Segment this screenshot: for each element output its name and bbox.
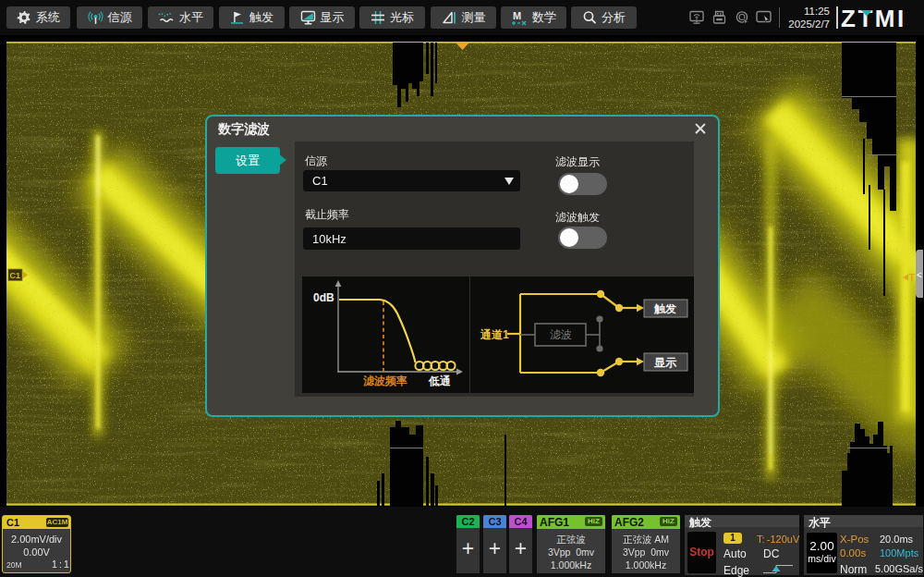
svg-text:滤波: 滤波 — [550, 328, 572, 341]
svg-text:ZTMI: ZTMI — [841, 5, 906, 31]
svg-text:低通: 低通 — [428, 374, 451, 387]
svg-text:触发: 触发 — [653, 302, 676, 315]
svg-text:T: T — [909, 272, 916, 283]
svg-text:C1: C1 — [10, 271, 21, 280]
svg-text:M: M — [513, 10, 521, 21]
svg-text:滤波频率: 滤波频率 — [363, 374, 407, 387]
svg-text:0dB: 0dB — [313, 291, 334, 304]
svg-text:通道1: 通道1 — [480, 328, 509, 341]
svg-text:<: < — [917, 270, 922, 280]
svg-text:显示: 显示 — [653, 356, 677, 369]
